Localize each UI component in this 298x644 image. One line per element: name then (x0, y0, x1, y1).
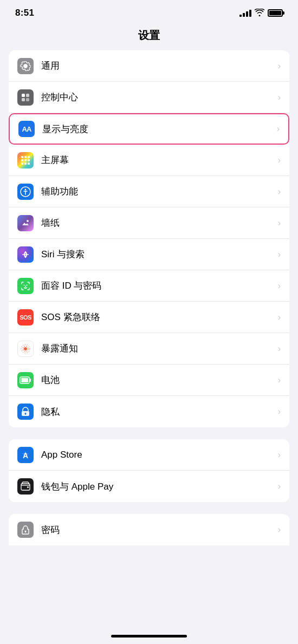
svg-rect-9 (21, 159, 23, 161)
svg-rect-3 (26, 94, 29, 97)
list-item[interactable]: SOS SOS 紧急联络 › (9, 302, 289, 333)
chevron-icon: › (278, 375, 281, 385)
gear-icon (17, 58, 34, 74)
chevron-icon: › (278, 218, 281, 228)
settings-section-2: A App Store › 钱包与 Apple Pay › (9, 439, 289, 502)
chevron-icon: › (278, 93, 281, 102)
svg-point-20 (24, 347, 27, 350)
svg-rect-6 (21, 156, 23, 158)
svg-rect-5 (26, 98, 29, 101)
svg-rect-12 (21, 162, 23, 165)
item-label-faceid: 面容 ID 与密码 (41, 279, 278, 292)
svg-rect-13 (24, 162, 27, 165)
list-item-display[interactable]: AA 显示与亮度 › (9, 113, 289, 145)
svg-rect-7 (24, 156, 27, 158)
item-label-display: 显示与亮度 (42, 123, 277, 135)
svg-point-16 (25, 188, 27, 190)
list-item[interactable]: Siri 与搜索 › (9, 239, 289, 270)
chevron-icon: › (278, 187, 281, 197)
list-item[interactable]: 暴露通知 › (9, 333, 289, 365)
item-label-wallet: 钱包与 Apple Pay (41, 480, 278, 493)
item-label-home-screen: 主屏幕 (41, 154, 278, 166)
chevron-icon: › (278, 407, 281, 417)
home-screen-icon (17, 152, 34, 168)
chevron-icon: › (278, 61, 281, 71)
chevron-icon: › (278, 482, 281, 491)
item-label-password: 密码 (41, 524, 278, 536)
chevron-icon: › (278, 450, 281, 460)
chevron-icon: › (278, 250, 281, 259)
svg-rect-2 (22, 94, 25, 97)
privacy-icon (17, 404, 34, 420)
svg-rect-14 (28, 162, 30, 165)
chevron-icon: › (277, 124, 280, 134)
control-center-icon (17, 89, 34, 106)
accessibility-icon (17, 184, 34, 200)
faceid-icon (17, 278, 34, 294)
wallpaper-icon (17, 215, 34, 231)
svg-rect-4 (22, 98, 25, 101)
sos-icon: SOS (17, 309, 34, 326)
svg-point-17 (27, 220, 29, 222)
svg-point-19 (27, 284, 28, 285)
svg-rect-11 (28, 159, 30, 161)
list-item[interactable]: 电池 › (9, 365, 289, 396)
chevron-icon: › (278, 313, 281, 322)
item-label-control-center: 控制中心 (41, 91, 278, 103)
svg-rect-8 (28, 156, 30, 158)
status-time: 8:51 (15, 8, 34, 18)
appstore-icon: A (17, 447, 34, 463)
item-label-general: 通用 (41, 60, 278, 72)
status-icons (239, 9, 283, 18)
exposure-icon (17, 341, 34, 357)
status-bar: 8:51 (0, 0, 298, 23)
settings-section-1: 通用 › 控制中心 › AA 显示与亮度 › (9, 50, 289, 427)
home-indicator (111, 635, 187, 638)
list-item[interactable]: 墙纸 › (9, 207, 289, 239)
svg-rect-30 (27, 486, 29, 488)
list-item[interactable]: A App Store › (9, 439, 289, 471)
item-label-siri: Siri 与搜索 (41, 248, 278, 261)
list-item[interactable]: 隐私 › (9, 396, 289, 427)
item-label-battery: 电池 (41, 374, 278, 386)
item-label-privacy: 隐私 (41, 406, 278, 418)
wallet-icon (17, 478, 34, 495)
page-title: 设置 (138, 29, 160, 41)
svg-point-18 (24, 284, 25, 285)
battery-icon (268, 9, 283, 17)
item-label-appstore: App Store (41, 450, 278, 460)
chevron-icon: › (278, 155, 281, 165)
svg-rect-24 (21, 378, 28, 382)
chevron-icon: › (278, 281, 281, 291)
chevron-icon: › (278, 344, 281, 354)
item-label-exposure: 暴露通知 (41, 342, 278, 355)
battery-setting-icon (17, 372, 34, 388)
item-label-wallpaper: 墙纸 (41, 217, 278, 229)
item-label-sos: SOS 紧急联络 (41, 311, 278, 323)
svg-text:A: A (23, 451, 28, 460)
chevron-icon: › (278, 525, 281, 535)
siri-icon (17, 246, 34, 263)
list-item[interactable]: 面容 ID 与密码 › (9, 270, 289, 302)
page-title-bar: 设置 (0, 23, 298, 50)
display-icon: AA (18, 121, 35, 137)
svg-point-1 (25, 65, 27, 67)
list-item[interactable]: 主屏幕 › (9, 145, 289, 176)
settings-section-3: 密码 › (9, 514, 289, 545)
list-item[interactable]: 辅助功能 › (9, 176, 289, 207)
list-item[interactable]: 通用 › (9, 50, 289, 82)
svg-rect-25 (29, 379, 31, 382)
list-item[interactable]: 钱包与 Apple Pay › (9, 471, 289, 502)
item-label-accessibility: 辅助功能 (41, 185, 278, 198)
signal-icon (239, 9, 251, 17)
list-item[interactable]: 控制中心 › (9, 82, 289, 113)
wifi-icon (255, 9, 264, 18)
password-icon (17, 522, 34, 538)
svg-rect-10 (24, 159, 27, 161)
list-item[interactable]: 密码 › (9, 514, 289, 545)
